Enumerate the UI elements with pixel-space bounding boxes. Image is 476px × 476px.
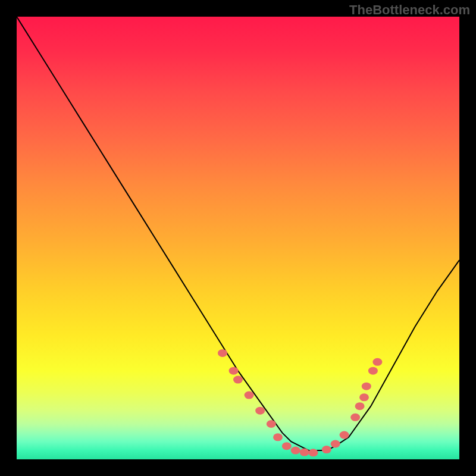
curve-marker <box>282 442 292 450</box>
curve-marker <box>362 383 371 390</box>
curve-marker <box>368 367 378 375</box>
curve-marker <box>309 449 318 456</box>
curve-marker <box>300 449 309 456</box>
curve-marker <box>245 392 254 399</box>
curve-markers <box>218 349 382 456</box>
curve-marker <box>331 440 340 448</box>
curve-marker <box>350 414 360 421</box>
bottleneck-curve-line <box>17 17 459 450</box>
watermark-text: TheBottleneck.com <box>349 2 470 18</box>
chart-svg <box>17 17 459 459</box>
curve-marker <box>355 402 365 410</box>
curve-marker <box>322 446 331 453</box>
curve-marker <box>273 433 283 441</box>
curve-marker <box>372 358 382 366</box>
curve-marker <box>229 367 239 375</box>
curve-marker <box>340 431 349 439</box>
curve-marker <box>255 407 265 415</box>
chart-plot-area <box>17 17 459 459</box>
curve-marker <box>267 420 276 428</box>
curve-marker <box>359 393 369 401</box>
curve-marker <box>233 376 243 384</box>
curve-marker <box>218 349 227 357</box>
curve-marker <box>291 447 300 455</box>
